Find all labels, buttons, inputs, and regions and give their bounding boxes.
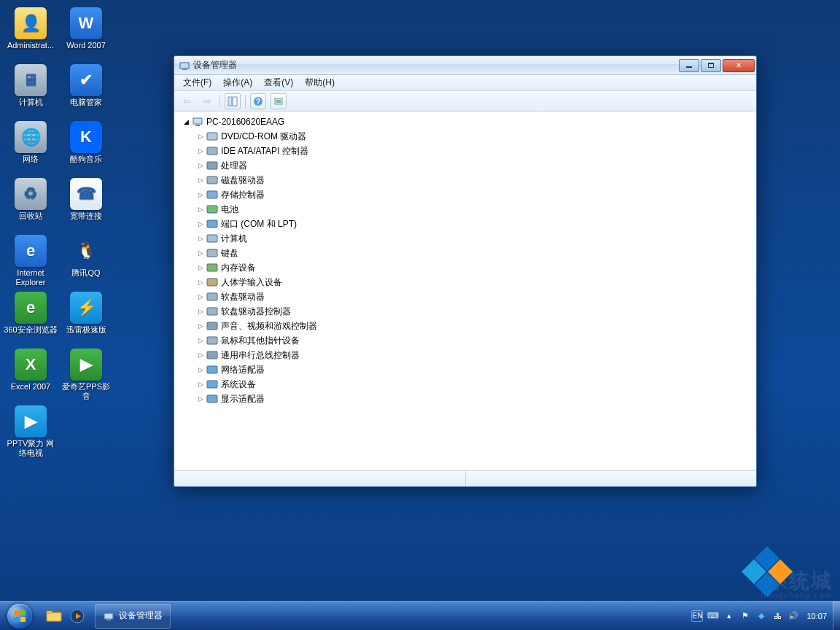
svg-rect-11 <box>207 147 217 155</box>
help-button[interactable]: ? <box>250 93 266 109</box>
tree-category[interactable]: ▷鼠标和其他指针设备 <box>196 333 756 348</box>
tree-category[interactable]: ▷端口 (COM 和 LPT) <box>196 217 756 231</box>
tree-root[interactable]: ◢ PC-20160620EAAG <box>182 114 756 129</box>
tree-category[interactable]: ▷显示适配器 <box>196 392 756 406</box>
desktop-icon-computer[interactable]: 🖥计算机 <box>3 61 58 118</box>
tree-category[interactable]: ▷人体学输入设备 <box>196 275 756 289</box>
expand-icon[interactable]: ▷ <box>196 348 205 362</box>
scan-hardware-button[interactable] <box>271 93 287 109</box>
svg-rect-3 <box>233 97 237 106</box>
desktop-icon-ie[interactable]: eInternet Explorer <box>3 232 58 289</box>
port-icon <box>206 218 218 230</box>
maximize-button[interactable] <box>701 59 721 72</box>
menu-file[interactable]: 文件(F) <box>177 75 217 90</box>
show-hide-tree-button[interactable] <box>225 93 241 109</box>
desktop-icon-label: Excel 2007 <box>11 382 50 392</box>
desktop-icon-label: Word 2007 <box>66 41 106 50</box>
svg-rect-29 <box>47 612 61 621</box>
tree-category[interactable]: ▷网络适配器 <box>196 362 756 377</box>
expand-icon[interactable]: ▷ <box>196 231 205 246</box>
tree-category[interactable]: ▷电池 <box>196 202 756 217</box>
tray-keyboard-icon[interactable]: ⌨ <box>707 610 719 622</box>
desktop-icon-network[interactable]: 🌐网络 <box>3 118 58 175</box>
start-button[interactable] <box>0 602 39 631</box>
tree-category[interactable]: ▷声音、视频和游戏控制器 <box>196 319 756 333</box>
expand-icon[interactable]: ▷ <box>196 304 205 319</box>
expand-icon[interactable]: ▷ <box>196 260 205 275</box>
pc-manager-icon: ✔ <box>70 64 102 96</box>
expand-icon[interactable]: ▷ <box>196 246 205 260</box>
desktop-icon-word[interactable]: WWord 2007 <box>58 4 114 61</box>
tree-category[interactable]: ▷通用串行总线控制器 <box>196 348 756 362</box>
dialup-icon: ☎ <box>70 178 102 210</box>
tree-category[interactable]: ▷DVD/CD-ROM 驱动器 <box>196 129 756 144</box>
expand-icon[interactable]: ▷ <box>196 129 205 144</box>
tree-category[interactable]: ▷IDE ATA/ATAPI 控制器 <box>196 144 756 158</box>
system-tray: EN ⌨ ▴ ⚑ ◆ 🖧 🔊 10:07 <box>685 610 833 622</box>
excel-icon: X <box>15 349 47 381</box>
expand-icon[interactable]: ▷ <box>196 173 205 187</box>
quicklaunch-explorer[interactable] <box>44 606 64 626</box>
desktop-icon-iqiyi[interactable]: ▶爱奇艺PPS影音 <box>58 346 114 402</box>
desktop-icon-thunder[interactable]: ⚡迅雷极速版 <box>58 289 114 346</box>
tray-flag-icon[interactable]: ⚑ <box>739 610 751 622</box>
desktop-icon-folder-user[interactable]: 👤Administrat... <box>3 4 58 61</box>
lang-indicator[interactable]: EN <box>691 610 703 622</box>
tree-category[interactable]: ▷处理器 <box>196 158 756 173</box>
device-manager-window: 设备管理器 ✕ 文件(F) 操作(A) 查看(V) 帮助(H) ⇦ ⇨ ? ◢ <box>174 55 757 487</box>
svg-rect-23 <box>207 322 217 330</box>
expand-icon[interactable]: ▷ <box>196 275 205 289</box>
device-tree[interactable]: ◢ PC-20160620EAAG ▷DVD/CD-ROM 驱动器▷IDE AT… <box>174 112 756 470</box>
menu-view[interactable]: 查看(V) <box>258 75 299 90</box>
expand-icon[interactable]: ▷ <box>196 362 205 377</box>
desktop-icon-dialup[interactable]: ☎宽带连接 <box>58 175 114 232</box>
expand-icon[interactable]: ▷ <box>196 319 205 333</box>
desktop-icon-360[interactable]: e360安全浏览器 <box>3 289 58 346</box>
disc-icon <box>206 131 218 142</box>
menu-help[interactable]: 帮助(H) <box>299 75 341 90</box>
expand-icon[interactable]: ▷ <box>196 377 205 392</box>
svg-text:?: ? <box>256 98 260 106</box>
tree-category[interactable]: ▷软盘驱动器 <box>196 289 756 304</box>
show-desktop-button[interactable] <box>833 602 840 631</box>
kugou-icon: K <box>70 121 102 153</box>
expand-icon[interactable]: ▷ <box>196 202 205 217</box>
quicklaunch-mediaplayer[interactable] <box>67 606 88 626</box>
tray-network-icon[interactable]: 🖧 <box>771 610 783 622</box>
tree-category[interactable]: ▷软盘驱动器控制器 <box>196 304 756 319</box>
tree-category[interactable]: ▷存储控制器 <box>196 187 756 202</box>
desktop-icon-pptv[interactable]: ▶PPTV聚力 网络电视 <box>3 402 58 459</box>
close-button[interactable]: ✕ <box>723 59 755 72</box>
expand-icon[interactable]: ▷ <box>196 217 205 231</box>
desktop-icon-kugou[interactable]: K酷狗音乐 <box>58 118 114 175</box>
forward-button[interactable]: ⇨ <box>199 93 215 109</box>
tray-pcmanager-icon[interactable]: ◆ <box>755 610 767 622</box>
desktop-icon-recycle-bin[interactable]: ♻回收站 <box>3 175 58 232</box>
desktop-icon-excel[interactable]: XExcel 2007 <box>3 346 58 402</box>
expand-icon[interactable]: ▷ <box>196 289 205 304</box>
tray-clock[interactable]: 10:07 <box>804 612 830 621</box>
tray-volume-icon[interactable]: 🔊 <box>788 610 799 622</box>
expand-icon[interactable]: ▷ <box>196 144 205 158</box>
tree-category[interactable]: ▷系统设备 <box>196 377 756 392</box>
tree-category[interactable]: ▷磁盘驱动器 <box>196 173 756 187</box>
minimize-button[interactable] <box>679 59 699 72</box>
tree-category-label: 人体学输入设备 <box>221 275 287 289</box>
expand-icon[interactable]: ▷ <box>196 333 205 348</box>
tree-category[interactable]: ▷计算机 <box>196 231 756 246</box>
tree-category[interactable]: ▷键盘 <box>196 246 756 260</box>
desktop-icon-pc-manager[interactable]: ✔电脑管家 <box>58 61 114 118</box>
tree-category[interactable]: ▷内存设备 <box>196 260 756 275</box>
titlebar[interactable]: 设备管理器 ✕ <box>174 56 756 75</box>
expand-icon[interactable]: ▷ <box>196 392 205 406</box>
desktop-icon-qq[interactable]: 🐧腾讯QQ <box>58 232 114 289</box>
expand-icon[interactable]: ▷ <box>196 158 205 173</box>
task-device-manager[interactable]: 设备管理器 <box>95 604 171 629</box>
tray-arrow-icon[interactable]: ▴ <box>723 610 735 622</box>
menu-action[interactable]: 操作(A) <box>217 75 258 90</box>
expand-icon[interactable]: ◢ <box>182 114 190 129</box>
desktop-icon-label: 网络 <box>23 155 39 164</box>
desktop-icon-label: 酷狗音乐 <box>70 155 102 164</box>
expand-icon[interactable]: ▷ <box>196 187 205 202</box>
back-button[interactable]: ⇦ <box>179 93 195 109</box>
